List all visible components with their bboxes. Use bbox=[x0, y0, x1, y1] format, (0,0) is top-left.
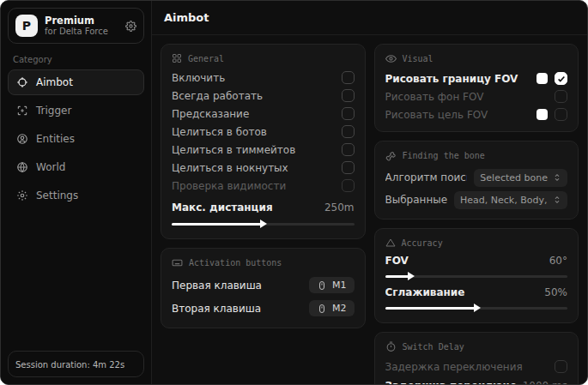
settings-icon bbox=[16, 189, 28, 202]
color-swatch[interactable] bbox=[536, 73, 548, 84]
brand-text: Premium for Delta Force bbox=[45, 15, 108, 37]
session-duration-label: Session duration: 4m 22s bbox=[15, 360, 124, 370]
keybind-value: M1 bbox=[332, 280, 347, 291]
keybind-value: M2 bbox=[332, 303, 347, 314]
setting-row-always-work: Всегда работать bbox=[172, 87, 355, 105]
checkbox-draw-fov-background[interactable] bbox=[555, 90, 567, 103]
brand-card: P Premium for Delta Force bbox=[8, 8, 144, 44]
keybind-button-second[interactable]: M2 bbox=[309, 300, 355, 316]
setting-label: Проверка видимости bbox=[172, 180, 335, 192]
checkbox-prediction[interactable] bbox=[342, 107, 355, 120]
setting-row-aim-bots: Целиться в ботов bbox=[172, 123, 355, 141]
setting-label: Целиться в нокнутых bbox=[172, 162, 335, 174]
setting-row-max-distance: Макс. дистанция 250m bbox=[172, 198, 355, 216]
general-title-text: General bbox=[188, 54, 224, 63]
setting-label: Задержка переключения (мс) bbox=[385, 380, 516, 384]
slider-fill bbox=[385, 275, 411, 278]
selected-bones-select[interactable]: Head, Neck, Body, Pe.. bbox=[454, 191, 567, 209]
activation-card-title: Activation buttons bbox=[172, 257, 355, 268]
checkbox-draw-fov-border[interactable] bbox=[555, 72, 567, 85]
switch-delay-title-text: Switch Delay bbox=[403, 342, 464, 352]
brand-subtitle: for Delta Force bbox=[45, 27, 108, 37]
checkbox-visibility-check[interactable] bbox=[342, 179, 355, 192]
max-distance-value: 250m bbox=[324, 202, 355, 214]
gear-icon[interactable] bbox=[125, 21, 136, 32]
setting-label: Предсказание bbox=[172, 108, 335, 120]
visual-card-title: Visual bbox=[385, 53, 568, 64]
visual-card: Visual Рисовать границу FOV Рисовать фон… bbox=[374, 44, 579, 132]
setting-row-visibility-check: Проверка видимости bbox=[172, 177, 355, 195]
checkbox-draw-fov-target[interactable] bbox=[555, 108, 567, 121]
unfold-icon bbox=[553, 173, 561, 182]
left-column: General Включить Всегда работать Предска… bbox=[161, 44, 366, 376]
general-card: General Включить Всегда работать Предска… bbox=[161, 44, 366, 239]
setting-label: Рисовать границу FOV bbox=[385, 73, 530, 85]
main-area: Aimbot General Включить bbox=[152, 1, 587, 384]
setting-row-fov: FOV 60° bbox=[385, 253, 568, 268]
setting-label: Целиться в тиммейтов bbox=[172, 144, 335, 156]
fov-slider[interactable] bbox=[385, 271, 568, 281]
slider-thumb[interactable] bbox=[408, 272, 415, 280]
setting-label: Целиться в ботов bbox=[172, 126, 335, 138]
sidebar-item-world[interactable]: World bbox=[8, 154, 144, 180]
brand-logo: P bbox=[15, 15, 38, 37]
page-header: Aimbot bbox=[152, 1, 587, 35]
setting-label: Макс. дистанция bbox=[172, 202, 318, 214]
setting-row-draw-fov-border: Рисовать границу FOV bbox=[385, 69, 568, 87]
visual-title-text: Visual bbox=[403, 54, 433, 63]
setting-label: Рисовать цель FOV bbox=[385, 109, 530, 121]
smoothing-slider[interactable] bbox=[385, 303, 568, 313]
setting-label: Сглаживание bbox=[385, 286, 538, 298]
session-duration-card: Session duration: 4m 22s bbox=[8, 351, 144, 377]
sidebar-item-entities[interactable]: Entities bbox=[8, 126, 144, 152]
sidebar-item-settings[interactable]: Settings bbox=[8, 183, 144, 208]
checkbox-always-work[interactable] bbox=[342, 89, 355, 102]
sidebar-item-trigger[interactable]: Trigger bbox=[8, 98, 144, 123]
keybind-row-second: Вторая клавиша M2 bbox=[172, 297, 355, 320]
sidebar-item-label: Trigger bbox=[36, 105, 71, 117]
checkbox-switch-delay[interactable] bbox=[555, 360, 567, 373]
grid-icon bbox=[172, 53, 182, 63]
switch-delay-card: Switch Delay Задержка переключения Задер… bbox=[374, 332, 579, 384]
fov-value: 60° bbox=[549, 255, 567, 267]
activation-title-text: Activation buttons bbox=[189, 258, 282, 268]
slider-thumb[interactable] bbox=[474, 304, 481, 312]
accuracy-card-title: Accuracy bbox=[385, 238, 568, 248]
smoothing-value: 50% bbox=[544, 286, 567, 298]
bone-title-text: Finding the bone bbox=[403, 151, 485, 160]
color-swatch[interactable] bbox=[536, 109, 548, 120]
sidebar: P Premium for Delta Force Category Aimbo… bbox=[1, 1, 152, 384]
setting-row-prediction: Предсказание bbox=[172, 105, 355, 123]
setting-label: Всегда работать bbox=[172, 90, 335, 102]
setting-row-draw-fov-background: Рисовать фон FOV bbox=[385, 87, 568, 105]
max-distance-slider[interactable] bbox=[172, 219, 355, 229]
unfold-icon bbox=[553, 196, 561, 204]
checkbox-aim-bots[interactable] bbox=[342, 125, 355, 138]
setting-row-enable: Включить bbox=[172, 69, 355, 87]
setting-label: Рисовать фон FOV bbox=[385, 91, 549, 103]
checkbox-aim-knocked[interactable] bbox=[342, 161, 355, 174]
bone-algorithm-select[interactable]: Selected bone bbox=[474, 169, 567, 187]
bone-card: Finding the bone Алгоритм поиска костей … bbox=[374, 141, 579, 220]
timer-icon bbox=[385, 341, 397, 352]
bone-icon bbox=[385, 150, 397, 161]
setting-label: Выбранные кости bbox=[385, 194, 448, 206]
setting-row-bone-algorithm: Алгоритм поиска костей Selected bone bbox=[385, 166, 568, 189]
checkbox-enable[interactable] bbox=[342, 71, 355, 84]
triangle-icon bbox=[385, 238, 396, 248]
checkbox-aim-teammates[interactable] bbox=[342, 143, 355, 156]
globe-icon bbox=[16, 161, 28, 173]
bone-card-title: Finding the bone bbox=[385, 150, 568, 161]
eye-icon bbox=[385, 53, 397, 64]
main-body: General Включить Всегда работать Предска… bbox=[152, 35, 587, 384]
slider-thumb[interactable] bbox=[260, 220, 267, 228]
entities-icon bbox=[16, 133, 28, 145]
setting-label: Алгоритм поиска костей bbox=[385, 171, 468, 183]
keybind-button-first[interactable]: M1 bbox=[309, 277, 355, 293]
mouse-icon bbox=[317, 304, 327, 314]
sidebar-item-label: Settings bbox=[36, 189, 78, 202]
sidebar-item-aimbot[interactable]: Aimbot bbox=[8, 69, 144, 95]
keybind-label: Первая клавиша bbox=[172, 280, 302, 292]
row-controls bbox=[536, 108, 567, 121]
setting-label: FOV bbox=[385, 255, 543, 267]
